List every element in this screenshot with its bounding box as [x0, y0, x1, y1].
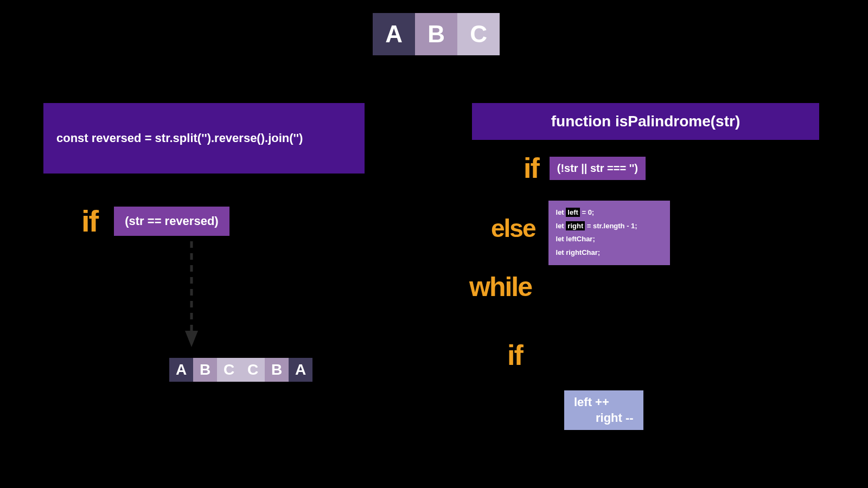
top-content: str = ' A B C ' false [0, 10, 868, 59]
else-row: else let left = 0; let right = str.lengt… [491, 201, 670, 265]
equals-icon: == [611, 346, 632, 364]
function-header-text: function isPalindrome(str) [551, 113, 740, 130]
left-true-label: true [125, 358, 156, 381]
else-line-4: let rightChar; [556, 246, 637, 260]
close-quote: ' [503, 0, 509, 23]
else-body-block: let left = 0; let right = str.length - 1… [548, 201, 670, 265]
open-quote: ' [363, 0, 369, 23]
reversed-code-block: const reversed = str.split('').reverse()… [43, 103, 365, 174]
while-row: while left < right [469, 271, 646, 303]
not-palindrome-text: this is not a palindrome [33, 461, 214, 481]
char-b: B [415, 13, 457, 55]
while-keyword: while [469, 271, 532, 303]
palindrome-row: true A B C C B A [125, 358, 312, 382]
else-keyword: else [491, 214, 535, 243]
top-result: false [521, 23, 558, 46]
incdec-block: left ++ right -- [564, 390, 643, 430]
pal-char-0: A [169, 358, 193, 382]
str-label: str = [310, 18, 367, 50]
function-header: function isPalindrome(str) [472, 103, 819, 140]
svg-marker-1 [185, 331, 198, 347]
if-keyword-right: if [524, 152, 539, 184]
right-if-result: true [656, 159, 682, 177]
incdec-line2: right -- [574, 410, 634, 426]
while-left-box: left [545, 279, 572, 296]
assign-rightchar: rightChar = str.charAt(right) [616, 312, 723, 322]
less-than-icon: < [585, 275, 597, 299]
while-right-box: right [610, 279, 645, 296]
pal-char-3: C [241, 358, 265, 382]
if2-leftchar-box: leftChar [534, 343, 599, 368]
if2-keyword: if [507, 339, 522, 371]
reversed-code-text: const reversed = str.split('').reverse()… [56, 131, 303, 145]
arrow-down-icon [183, 241, 200, 350]
left-condition: (str == reversed) [114, 207, 229, 236]
left-if-row: if (str == reversed) [81, 203, 229, 239]
if-keyword-left: if [81, 203, 98, 239]
pal-char-1: B [193, 358, 217, 382]
pal-char-2: C [217, 358, 241, 382]
else-line-2: let right = str.length - 1; [556, 220, 637, 233]
char-c: C [457, 13, 500, 55]
if2-rightchar-box: rightChar [644, 343, 717, 368]
right-if2-row: if leftChar == rightChar [507, 339, 717, 371]
assign-leftchar: leftChar = str.charAt(left) [488, 312, 583, 322]
right-if-row: if (!str || str === '') true [524, 152, 682, 184]
char-a: A [373, 13, 415, 55]
pal-char-5: A [289, 358, 312, 382]
assignments-row: leftChar = str.charAt(left) rightChar = … [488, 312, 722, 322]
else-line-3: let leftChar; [556, 233, 637, 246]
right-if-condition: (!str || str === '') [550, 157, 646, 180]
pal-char-4: B [265, 358, 289, 382]
incdec-line1: left ++ [574, 395, 634, 410]
else-line-1: let left = 0; [556, 206, 637, 220]
